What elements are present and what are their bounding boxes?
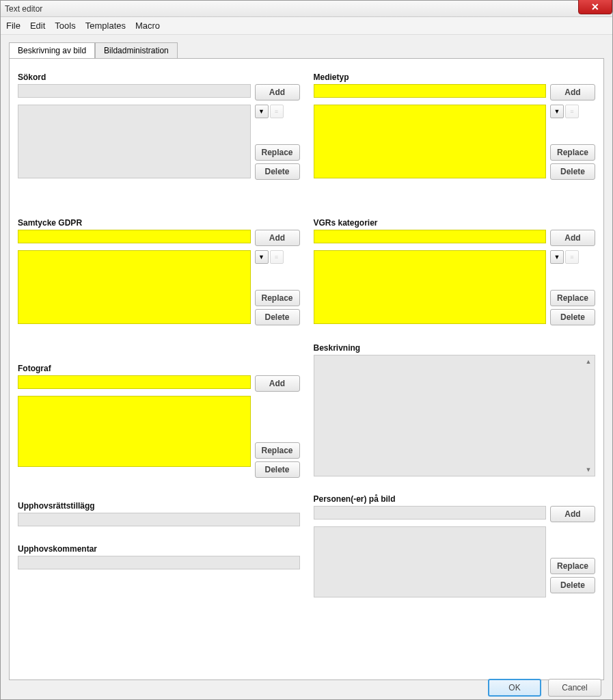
medietyp-sort-icon: ≡ (565, 105, 579, 118)
tab-beskrivning[interactable]: Beskrivning av bild (9, 42, 95, 59)
close-icon: ✕ (591, 1, 599, 12)
ok-button[interactable]: OK (488, 679, 541, 697)
titlebar: Text editor ✕ (1, 1, 612, 17)
scroll-down-icon[interactable]: ▼ (584, 465, 593, 474)
label-personen: Personen(-er) på bild (314, 494, 596, 504)
upphov-tillagg-input[interactable] (18, 513, 300, 526)
field-upphov-tillagg: Upphovsrättstillägg (18, 501, 300, 526)
personen-listbox[interactable] (314, 526, 547, 597)
fotograf-delete-button[interactable]: Delete (255, 461, 300, 478)
medietyp-listbox[interactable] (314, 105, 547, 178)
fotograf-input[interactable] (18, 375, 251, 389)
label-upphov-tillagg: Upphovsrättstillägg (18, 501, 300, 511)
samtycke-listbox[interactable] (18, 250, 251, 324)
menu-tools[interactable]: Tools (55, 21, 75, 31)
window-title: Text editor (5, 4, 42, 14)
fotograf-add-button[interactable]: Add (255, 375, 300, 392)
vgr-delete-button[interactable]: Delete (550, 309, 595, 325)
menu-macro[interactable]: Macro (135, 21, 160, 31)
menu-file[interactable]: File (6, 21, 21, 31)
panel-beskrivning: Sökord Add ▼ ≡ Replace (9, 58, 604, 680)
menu-templates[interactable]: Templates (85, 21, 126, 31)
text-editor-window: Text editor ✕ File Edit Tools Templates … (0, 0, 613, 700)
sokord-add-button[interactable]: Add (255, 84, 300, 100)
samtycke-delete-button[interactable]: Delete (255, 309, 300, 325)
sokord-listbox[interactable] (18, 105, 251, 178)
samtycke-down-icon[interactable]: ▼ (255, 250, 269, 264)
label-beskrivning: Beskrivning (314, 343, 596, 353)
tabstrip: Beskrivning av bild Bildadministration (1, 35, 612, 58)
samtycke-replace-button[interactable]: Replace (255, 290, 300, 306)
samtycke-sort-icon: ≡ (270, 250, 284, 264)
field-personen: Personen(-er) på bild Add Replace Delete (314, 494, 596, 597)
label-fotograf: Fotograf (18, 364, 300, 373)
vgr-input[interactable] (314, 230, 547, 243)
medietyp-delete-button[interactable]: Delete (550, 163, 595, 180)
vgr-listbox[interactable] (314, 250, 547, 324)
personen-add-button[interactable]: Add (550, 506, 595, 522)
field-beskrivning: Beskrivning ▲ ▼ (314, 343, 596, 476)
menubar: File Edit Tools Templates Macro (1, 17, 612, 35)
field-vgr: VGRs kategorier Add ▼ ≡ R (314, 218, 596, 325)
sokord-input[interactable] (18, 84, 251, 98)
field-sokord: Sökord Add ▼ ≡ Replace (18, 72, 300, 180)
label-sokord: Sökord (18, 72, 300, 82)
label-samtycke: Samtycke GDPR (18, 218, 300, 228)
beskrivning-textarea[interactable]: ▲ ▼ (314, 355, 596, 476)
label-upphov-kommentar: Upphovskommentar (18, 544, 300, 554)
field-samtycke: Samtycke GDPR Add ▼ ≡ Rep (18, 218, 300, 325)
personen-delete-button[interactable]: Delete (550, 577, 595, 593)
field-upphov-kommentar: Upphovskommentar (18, 544, 300, 569)
vgr-down-icon[interactable]: ▼ (550, 250, 564, 264)
cancel-button[interactable]: Cancel (548, 679, 601, 697)
tab-bildadministration[interactable]: Bildadministration (95, 42, 178, 59)
label-vgr: VGRs kategorier (314, 218, 596, 228)
sokord-replace-button[interactable]: Replace (255, 144, 300, 161)
personen-replace-button[interactable]: Replace (550, 558, 595, 574)
personen-input[interactable] (314, 506, 547, 520)
label-medietyp: Medietyp (314, 72, 596, 82)
field-fotograf: Fotograf Add Replace Delete (18, 364, 300, 478)
fotograf-listbox[interactable] (18, 396, 251, 467)
sokord-delete-button[interactable]: Delete (255, 163, 300, 180)
fotograf-replace-button[interactable]: Replace (255, 442, 300, 459)
vgr-sort-icon: ≡ (565, 250, 579, 264)
medietyp-input[interactable] (314, 84, 547, 98)
samtycke-input[interactable] (18, 230, 251, 243)
scroll-up-icon[interactable]: ▲ (584, 357, 593, 366)
close-button[interactable]: ✕ (578, 0, 612, 14)
vgr-replace-button[interactable]: Replace (550, 290, 595, 306)
field-medietyp: Medietyp Add ▼ ≡ Replace (314, 72, 596, 180)
upphov-kommentar-input[interactable] (18, 556, 300, 569)
vgr-add-button[interactable]: Add (550, 230, 595, 246)
dialog-footer: OK Cancel (488, 679, 601, 697)
samtycke-add-button[interactable]: Add (255, 230, 300, 246)
sokord-down-icon[interactable]: ▼ (255, 105, 269, 118)
medietyp-replace-button[interactable]: Replace (550, 144, 595, 161)
sokord-sort-icon: ≡ (270, 105, 284, 118)
medietyp-add-button[interactable]: Add (550, 84, 595, 100)
menu-edit[interactable]: Edit (30, 21, 45, 31)
medietyp-down-icon[interactable]: ▼ (550, 105, 564, 118)
